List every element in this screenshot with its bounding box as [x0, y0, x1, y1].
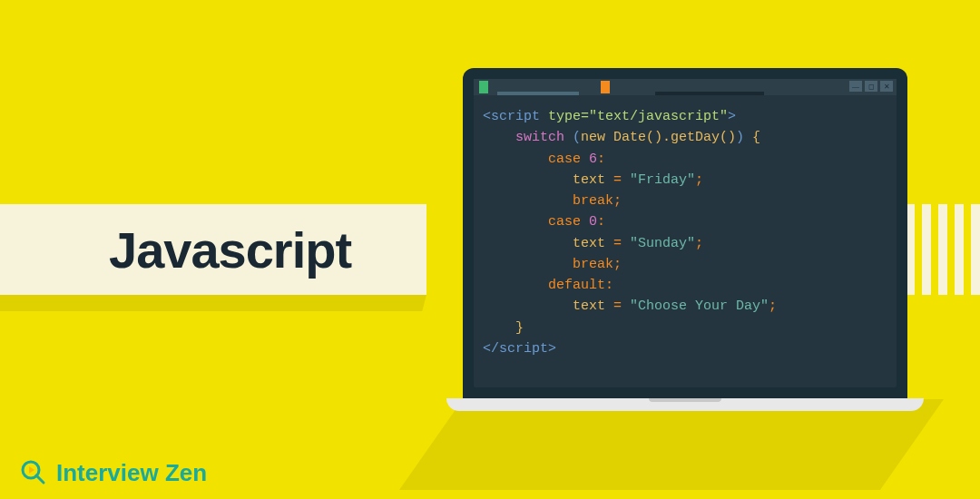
- code-editor-window: — ◻ ✕ <script type="text/javascript"> sw…: [474, 79, 897, 387]
- laptop-base: [446, 398, 924, 411]
- editor-topbar: — ◻ ✕: [474, 79, 897, 95]
- laptop-shadow: [399, 399, 944, 490]
- tab-active-indicator: [479, 81, 488, 93]
- close-button[interactable]: ✕: [880, 81, 893, 92]
- minimize-button[interactable]: —: [849, 81, 862, 92]
- svg-line-1: [36, 475, 44, 483]
- tab-underline: [497, 92, 579, 95]
- page-title: Javascript: [109, 220, 351, 279]
- brand-logo: Interview Zen: [18, 457, 207, 488]
- window-controls: — ◻ ✕: [849, 81, 893, 92]
- title-band-shadow: [0, 295, 426, 311]
- laptop-bezel: — ◻ ✕ <script type="text/javascript"> sw…: [463, 68, 907, 398]
- title-band: Javascript: [0, 204, 426, 295]
- maximize-button[interactable]: ◻: [865, 81, 877, 92]
- brand-name: Interview Zen: [56, 459, 207, 487]
- tab-spacer: [655, 92, 764, 95]
- code-content: <script type="text/javascript"> switch (…: [474, 95, 897, 370]
- tab-marker-icon: [601, 81, 610, 93]
- magnifier-arrow-icon: [18, 457, 49, 488]
- laptop-illustration: — ◻ ✕ <script type="text/javascript"> sw…: [463, 68, 907, 411]
